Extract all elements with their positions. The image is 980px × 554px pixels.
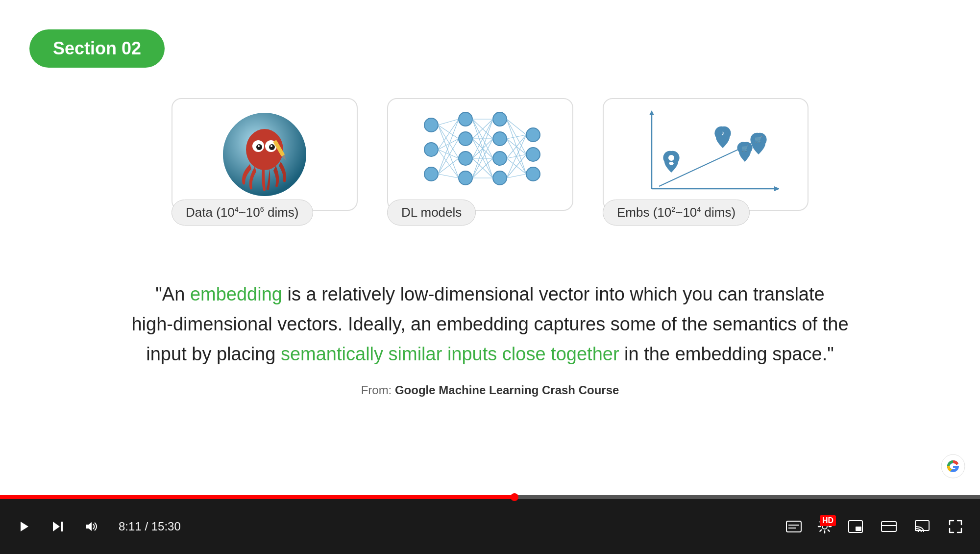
theater-button[interactable] [879,517,899,536]
svg-point-6 [258,145,260,147]
right-controls: HD [784,517,965,536]
dl-models-card [387,98,573,211]
source-name: Google Machine Learning Crash Course [395,383,619,397]
svg-line-27 [438,125,459,178]
slide-area: Section 02 [0,0,980,495]
svg-marker-75 [53,522,60,531]
miniplayer-button[interactable] [846,517,865,536]
svg-point-23 [526,167,540,181]
octopus-illustration [223,113,306,196]
svg-text:♪: ♪ [721,129,725,137]
embedding-chart-svg: ♪ 🛒 🛒 [632,110,779,199]
svg-text:🛒: 🛒 [755,135,763,144]
source-prefix: From: [361,383,395,397]
cast-button[interactable] [912,517,932,536]
hd-badge: HD [820,515,836,526]
svg-point-11 [424,143,438,156]
octopus-svg [223,113,306,196]
svg-point-14 [459,132,472,146]
cards-row: Data (104~106 dims) [172,98,808,230]
svg-point-7 [270,145,272,147]
svg-point-10 [424,118,438,132]
svg-marker-74 [21,522,28,531]
data-card-label: Data (104~106 dims) [172,200,313,226]
similar-phrase-highlight: semantically similar inputs close togeth… [281,344,619,364]
google-watermark [941,454,965,480]
svg-line-28 [438,119,459,150]
svg-point-19 [493,151,507,165]
svg-point-18 [493,132,507,146]
svg-point-16 [459,171,472,185]
svg-point-21 [526,128,540,142]
svg-point-22 [526,148,540,161]
svg-point-15 [459,151,472,165]
skip-button[interactable] [48,517,68,536]
quote-section: "An embedding is a relatively low-dimens… [122,279,858,397]
source-text: From: Google Machine Learning Crash Cour… [122,383,858,397]
svg-marker-77 [86,522,92,531]
settings-button[interactable]: HD [817,519,832,534]
svg-rect-76 [61,522,63,531]
svg-marker-67 [649,110,654,115]
svg-point-17 [493,112,507,126]
play-button[interactable] [15,517,34,536]
svg-rect-78 [786,521,801,532]
section-badge: Section 02 [29,29,165,68]
svg-text:🛒: 🛒 [741,145,749,152]
svg-point-4 [256,144,262,150]
svg-point-13 [459,112,472,126]
svg-point-20 [493,171,507,185]
quote-text: "An embedding is a relatively low-dimens… [122,279,858,369]
svg-point-12 [424,167,438,181]
dl-models-card-label: DL models [387,200,476,226]
volume-button[interactable] [81,517,101,536]
progress-dot [511,493,518,501]
progress-bar[interactable] [0,495,980,499]
svg-marker-66 [774,186,779,191]
time-display: 8:11 / 15:30 [119,520,181,533]
svg-rect-84 [882,522,896,531]
svg-line-35 [438,174,459,178]
embs-card-label: Embs (102~104 dims) [603,200,750,226]
embs-card: ♪ 🛒 🛒 [603,98,808,211]
neural-network-svg [412,110,549,199]
embedding-highlight: embedding [190,284,282,304]
google-logo [941,454,965,478]
svg-rect-83 [856,527,861,531]
subtitles-button[interactable] [784,517,804,536]
video-bar: 8:11 / 15:30 HD [0,495,980,554]
controls-row: 8:11 / 15:30 HD [0,499,980,554]
fullscreen-button[interactable] [946,517,965,536]
svg-point-69 [668,155,674,161]
progress-filled [0,495,514,499]
svg-point-5 [269,144,275,150]
data-card [172,98,358,211]
